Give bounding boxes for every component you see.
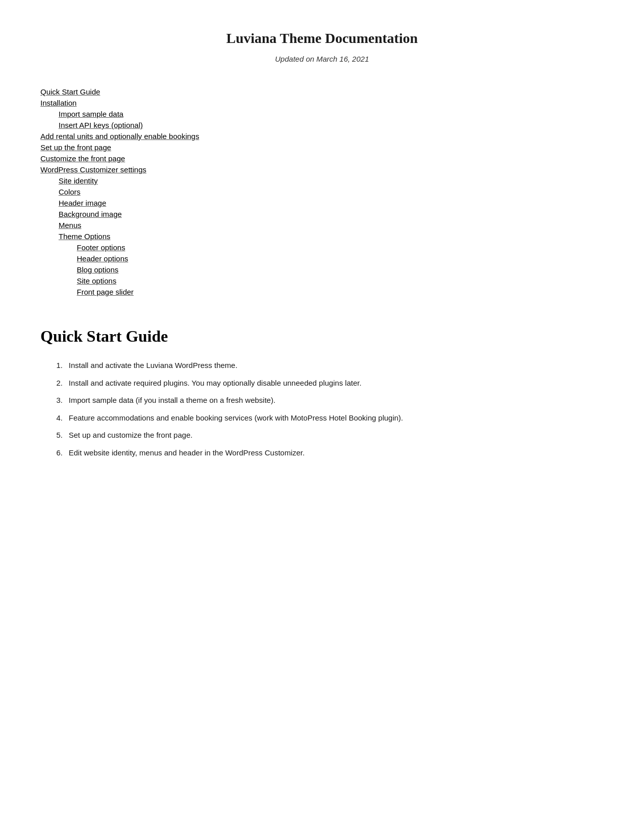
toc-item[interactable]: Site identity bbox=[59, 176, 604, 186]
list-item: 4.Feature accommodations and enable book… bbox=[51, 412, 604, 424]
table-of-contents: Quick Start GuideInstallationImport samp… bbox=[40, 87, 604, 297]
toc-item[interactable]: Background image bbox=[59, 210, 604, 219]
list-item-number: 4. bbox=[51, 412, 63, 424]
toc-item[interactable]: Menus bbox=[59, 221, 604, 230]
toc-item[interactable]: Quick Start Guide bbox=[40, 87, 604, 97]
list-item: 5.Set up and customize the front page. bbox=[51, 430, 604, 441]
toc-item[interactable]: Site options bbox=[77, 276, 604, 286]
toc-item[interactable]: Theme Options bbox=[59, 232, 604, 241]
toc-item[interactable]: WordPress Customizer settings bbox=[40, 165, 604, 174]
list-item-number: 2. bbox=[51, 378, 63, 389]
toc-item[interactable]: Installation bbox=[40, 99, 604, 108]
list-item-number: 5. bbox=[51, 430, 63, 441]
toc-item[interactable]: Customize the front page bbox=[40, 154, 604, 163]
list-item-number: 3. bbox=[51, 395, 63, 406]
list-item: 1.Install and activate the Luviana WordP… bbox=[51, 360, 604, 372]
list-item: 2.Install and activate required plugins.… bbox=[51, 378, 604, 389]
list-item-text: Import sample data (if you install a the… bbox=[69, 395, 604, 406]
list-item: 3.Import sample data (if you install a t… bbox=[51, 395, 604, 406]
list-item-text: Edit website identity, menus and header … bbox=[69, 447, 604, 459]
toc-item[interactable]: Insert API keys (optional) bbox=[59, 121, 604, 130]
list-item-text: Install and activate the Luviana WordPre… bbox=[69, 360, 604, 372]
quick-start-section: Quick Start Guide 1.Install and activate… bbox=[40, 327, 604, 458]
toc-item[interactable]: Add rental units and optionally enable b… bbox=[40, 132, 604, 141]
page-subtitle: Updated on March 16, 2021 bbox=[40, 55, 604, 63]
toc-item[interactable]: Import sample data bbox=[59, 110, 604, 119]
quick-start-list: 1.Install and activate the Luviana WordP… bbox=[51, 360, 604, 458]
page-title: Luviana Theme Documentation bbox=[40, 30, 604, 47]
toc-item[interactable]: Set up the front page bbox=[40, 143, 604, 152]
list-item-number: 6. bbox=[51, 447, 63, 459]
list-item-text: Set up and customize the front page. bbox=[69, 430, 604, 441]
list-item-number: 1. bbox=[51, 360, 63, 372]
toc-item[interactable]: Blog options bbox=[77, 265, 604, 274]
toc-item[interactable]: Colors bbox=[59, 188, 604, 197]
list-item-text: Install and activate required plugins. Y… bbox=[69, 378, 604, 389]
quick-start-title: Quick Start Guide bbox=[40, 327, 604, 346]
list-item: 6.Edit website identity, menus and heade… bbox=[51, 447, 604, 459]
toc-item[interactable]: Footer options bbox=[77, 243, 604, 252]
toc-item[interactable]: Header options bbox=[77, 254, 604, 263]
list-item-text: Feature accommodations and enable bookin… bbox=[69, 412, 604, 424]
toc-item[interactable]: Header image bbox=[59, 199, 604, 208]
toc-item[interactable]: Front page slider bbox=[77, 288, 604, 297]
